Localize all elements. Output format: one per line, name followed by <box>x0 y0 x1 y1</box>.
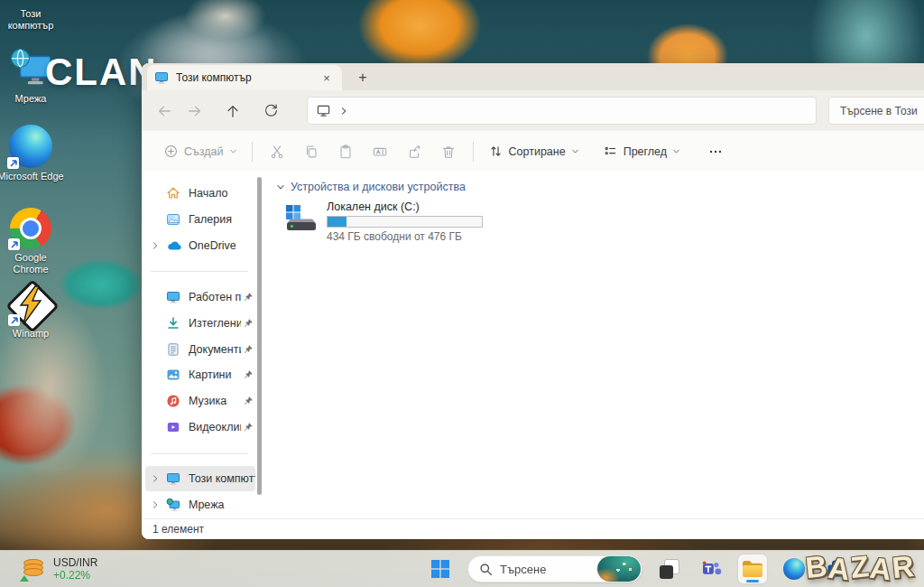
new-button-label: Създай <box>184 145 224 158</box>
up-icon <box>225 103 241 119</box>
copy-icon <box>303 144 319 160</box>
sidebar-item-desktop[interactable]: Работен пло <box>145 284 255 310</box>
watermark-clan: CLAN <box>45 51 158 94</box>
open-app-indicator <box>746 580 759 582</box>
back-button[interactable] <box>149 96 180 126</box>
shortcut-arrow-icon <box>8 238 20 250</box>
sidebar-item-downloads[interactable]: Изтеглени ф <box>145 311 255 336</box>
explorer-search-box[interactable]: Търсене в Този <box>828 97 924 125</box>
desktop-icon-label: Google Chrome <box>0 252 65 275</box>
this-pc-icon <box>10 0 51 8</box>
drive-name: Локален диск (C:) <box>327 200 483 213</box>
sidebar-item-music[interactable]: Музика <box>145 388 255 414</box>
chevron-down-icon <box>276 182 285 191</box>
winamp-icon <box>10 284 51 325</box>
tab-close-button[interactable]: × <box>319 71 335 85</box>
rename-button[interactable] <box>363 137 397 166</box>
sidebar-item-label: Този компютър <box>189 472 255 485</box>
sidebar-item-label: Картини <box>189 368 241 381</box>
hard-drive-icon <box>283 200 319 242</box>
start-icon <box>430 559 450 579</box>
refresh-button[interactable] <box>255 96 286 126</box>
file-explorer-window: Този компютър × + Търсене в Т <box>142 63 924 539</box>
drive-item-c[interactable]: Локален диск (C:) 434 ГБ свободни от 476… <box>283 200 491 242</box>
widgets-button[interactable]: USD/INR +0.22% <box>14 554 105 584</box>
shortcut-arrow-icon <box>7 157 19 169</box>
desktop-icon-winamp[interactable]: Winamp <box>0 284 65 340</box>
sidebar-item-videos[interactable]: Видеоклипо <box>145 415 255 440</box>
sort-button[interactable]: Сортиране <box>481 138 587 164</box>
delete-button[interactable] <box>431 137 466 166</box>
status-bar: 1 елемент <box>142 518 924 539</box>
monitor-icon <box>317 104 330 117</box>
pin-icon <box>241 396 255 406</box>
paste-button[interactable] <box>328 137 363 166</box>
explorer-tab[interactable]: Този компютър × <box>147 65 342 90</box>
file-explorer-button[interactable] <box>738 554 767 583</box>
up-button[interactable] <box>217 96 248 126</box>
sidebar-item-this-pc[interactable]: Този компютър <box>145 466 255 491</box>
new-tab-button[interactable]: + <box>352 67 374 89</box>
address-bar[interactable] <box>307 97 817 125</box>
view-button-label: Преглед <box>624 145 667 158</box>
sidebar-item-pictures[interactable]: Картини <box>145 362 255 387</box>
more-options-button[interactable] <box>698 137 733 166</box>
network-icon <box>165 498 181 512</box>
sidebar-item-label: Документи <box>189 343 241 356</box>
sidebar-item-onedrive[interactable]: OneDrive <box>145 233 255 258</box>
sidebar-item-home[interactable]: Начало <box>145 181 255 206</box>
this-pc-icon <box>165 471 181 486</box>
desktop-icon-chrome[interactable]: Google Chrome <box>0 208 65 275</box>
drive-capacity-bar <box>327 216 483 228</box>
forward-button[interactable] <box>180 96 210 126</box>
chevron-down-icon <box>571 147 579 155</box>
desktop-icon-label: Microsoft Edge <box>0 171 65 182</box>
task-view-icon <box>660 559 679 579</box>
copy-button[interactable] <box>294 137 328 166</box>
view-button[interactable]: Преглед <box>596 138 688 164</box>
task-view-button[interactable] <box>655 554 684 583</box>
content-pane: Устройства и дискови устройства Локален … <box>271 172 924 519</box>
sidebar-item-label: Видеоклипо <box>189 421 241 433</box>
sidebar-item-documents[interactable]: Документи <box>145 337 255 362</box>
pin-icon <box>241 422 255 433</box>
new-icon <box>163 144 179 159</box>
up-trend-icon <box>20 575 29 582</box>
chevron-down-icon <box>672 147 680 155</box>
share-icon <box>406 144 422 160</box>
desktop-icon-this-pc[interactable]: Този компютър <box>0 0 65 32</box>
explorer-search-text: Търсене в Този <box>840 105 918 117</box>
widget-pair: USD/INR <box>53 556 97 569</box>
watermark-bazar: BAZAR <box>806 551 915 585</box>
shortcut-arrow-icon <box>8 314 20 326</box>
onedrive-icon <box>165 240 181 251</box>
tab-strip: Този компютър × + <box>142 63 924 90</box>
drive-usage-fill <box>328 217 346 227</box>
sidebar-scrollbar[interactable] <box>257 177 262 495</box>
navigation-pane: Начало Галерия OneDrive Работен пло <box>142 172 271 519</box>
sidebar-divider <box>151 271 248 272</box>
sidebar-item-network[interactable]: Мрежа <box>145 492 255 517</box>
chrome-icon <box>10 208 51 249</box>
sidebar-item-label: Работен пло <box>189 291 241 303</box>
monitor-icon <box>154 70 169 85</box>
taskbar: USD/INR +0.22% Търсене <box>0 550 924 587</box>
desktop-icon-edge[interactable]: Microsoft Edge <box>0 125 65 182</box>
group-header-devices[interactable]: Устройства и дискови устройства <box>276 181 466 193</box>
sidebar-item-gallery[interactable]: Галерия <box>145 207 255 232</box>
search-highlight-image[interactable] <box>597 556 641 582</box>
desktop-icon-label: Този компютър <box>0 8 65 32</box>
start-button[interactable] <box>426 554 455 583</box>
teams-chat-button[interactable] <box>697 554 725 583</box>
share-button[interactable] <box>397 137 431 166</box>
taskbar-search-box[interactable]: Търсене <box>467 555 642 582</box>
pin-icon <box>241 318 255 329</box>
desktop-screen: Този компютър Мрежа Microsoft Edge Googl… <box>0 0 924 587</box>
sidebar-item-label: Мрежа <box>189 498 255 511</box>
sidebar-item-label: Начало <box>189 187 255 200</box>
cut-button[interactable] <box>260 137 294 166</box>
sidebar-divider <box>151 453 248 454</box>
new-button[interactable]: Създай <box>156 138 245 164</box>
tab-title: Този компютър <box>176 71 311 84</box>
delete-icon <box>440 144 457 160</box>
